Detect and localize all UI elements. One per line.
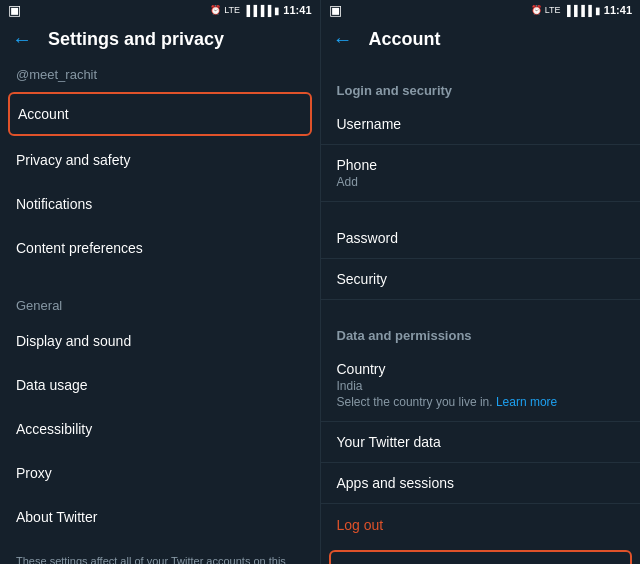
username-setting[interactable]: Username: [321, 104, 641, 145]
phone-setting[interactable]: Phone Add: [321, 145, 641, 202]
general-section-label: General: [0, 286, 320, 319]
country-setting-label: Country: [337, 361, 625, 377]
right-status-bar: ▣ ⏰ LTE ▐▐▐▐ ▮ 11:41: [321, 0, 641, 20]
right-panel: ▣ ⏰ LTE ▐▐▐▐ ▮ 11:41 ← Account Login and…: [321, 0, 641, 564]
privacy-safety-label: Privacy and safety: [16, 152, 130, 168]
logout-label: Log out: [337, 517, 384, 533]
twitter-data-label: Your Twitter data: [337, 434, 625, 450]
password-setting-label: Password: [337, 230, 625, 246]
logout-item[interactable]: Log out: [321, 504, 641, 546]
username-section: @meet_rachit: [0, 59, 320, 90]
sidebar-item-about-twitter[interactable]: About Twitter: [0, 495, 320, 539]
sidebar-item-proxy[interactable]: Proxy: [0, 451, 320, 495]
right-back-button[interactable]: ←: [333, 28, 353, 51]
content-preferences-label: Content preferences: [16, 240, 143, 256]
country-setting[interactable]: Country India Select the country you liv…: [321, 349, 641, 422]
status-bar-left-icons: ▣: [8, 2, 21, 18]
security-setting[interactable]: Security: [321, 259, 641, 300]
apps-sessions-setting[interactable]: Apps and sessions: [321, 463, 641, 504]
right-page-title: Account: [369, 29, 441, 50]
account-label: Account: [18, 106, 69, 122]
data-permissions-section-label: Data and permissions: [321, 316, 641, 349]
apps-sessions-label: Apps and sessions: [337, 475, 625, 491]
proxy-label: Proxy: [16, 465, 52, 481]
app-icon: ▣: [8, 2, 21, 18]
country-setting-sublabel: India: [337, 379, 625, 393]
left-status-time: 11:41: [283, 4, 311, 16]
accessibility-label: Accessibility: [16, 421, 92, 437]
sidebar-item-notifications[interactable]: Notifications: [0, 182, 320, 226]
twitter-data-setting[interactable]: Your Twitter data: [321, 422, 641, 463]
data-usage-label: Data usage: [16, 377, 88, 393]
right-lte-icon: LTE: [545, 5, 561, 15]
sidebar-item-content-preferences[interactable]: Content preferences: [0, 226, 320, 270]
right-battery-icon: ▮: [595, 5, 601, 16]
alarm-icon: ⏰: [210, 5, 221, 15]
security-setting-label: Security: [337, 271, 625, 287]
about-twitter-label: About Twitter: [16, 509, 97, 525]
sidebar-item-display-sound[interactable]: Display and sound: [0, 319, 320, 363]
country-setting-extra: Select the country you live in. Learn mo…: [337, 395, 625, 409]
signal-icon: ▐▐▐▐: [243, 5, 271, 16]
login-security-section-label: Login and security: [321, 71, 641, 104]
left-footer-text: These settings affect all of your Twitte…: [0, 539, 320, 564]
sidebar-item-accessibility[interactable]: Accessibility: [0, 407, 320, 451]
username-label: @meet_rachit: [16, 67, 97, 82]
right-status-right: ⏰ LTE ▐▐▐▐ ▮ 11:41: [531, 4, 632, 16]
display-sound-label: Display and sound: [16, 333, 131, 349]
phone-setting-label: Phone: [337, 157, 625, 173]
right-alarm-icon: ⏰: [531, 5, 542, 15]
left-panel: ▣ ⏰ LTE ▐▐▐▐ ▮ 11:41 ← Settings and priv…: [0, 0, 321, 564]
right-header: ← Account: [321, 20, 641, 59]
sidebar-item-account[interactable]: Account: [8, 92, 312, 136]
phone-setting-sublabel: Add: [337, 175, 625, 189]
deactivate-account-item[interactable]: Deactivate your account: [329, 550, 633, 564]
lte-icon: LTE: [224, 5, 240, 15]
learn-more-link[interactable]: Learn more: [496, 395, 557, 409]
left-header: ← Settings and privacy: [0, 20, 320, 59]
left-page-title: Settings and privacy: [48, 29, 224, 50]
username-setting-label: Username: [337, 116, 625, 132]
sidebar-item-privacy-safety[interactable]: Privacy and safety: [0, 138, 320, 182]
left-status-bar: ▣ ⏰ LTE ▐▐▐▐ ▮ 11:41: [0, 0, 320, 20]
status-bar-right-icons: ⏰ LTE ▐▐▐▐ ▮ 11:41: [210, 4, 311, 16]
right-signal-icon: ▐▐▐▐: [564, 5, 592, 16]
notifications-label: Notifications: [16, 196, 92, 212]
battery-icon: ▮: [274, 5, 280, 16]
left-back-button[interactable]: ←: [12, 28, 32, 51]
right-status-time: 11:41: [604, 4, 632, 16]
right-app-icon: ▣: [329, 2, 342, 18]
password-setting[interactable]: Password: [321, 218, 641, 259]
right-status-left: ▣: [329, 2, 342, 18]
sidebar-item-data-usage[interactable]: Data usage: [0, 363, 320, 407]
